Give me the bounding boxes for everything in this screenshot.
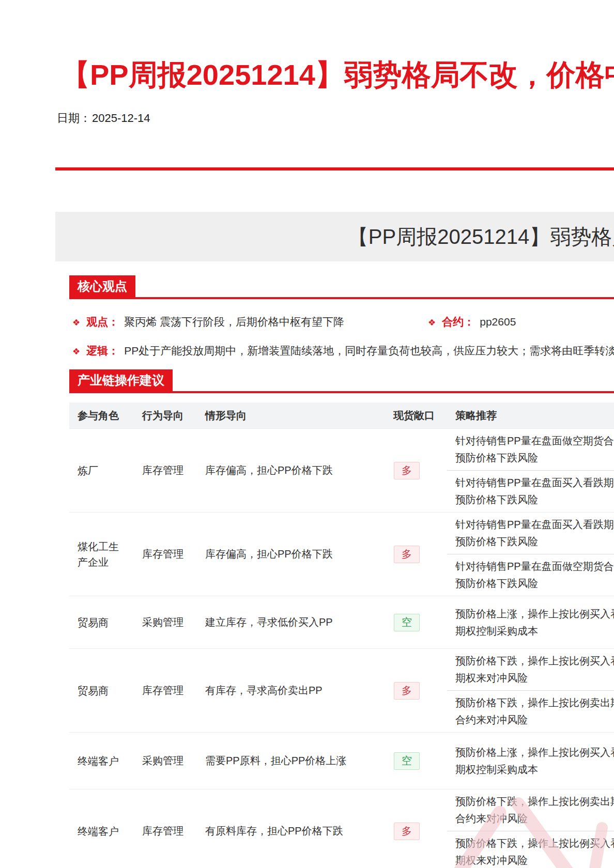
strategy-line: 预防价格下跌，操作上按比例卖出期货 (447, 694, 614, 711)
cell-situation: 库存偏高，担心PP价格下跌 (197, 513, 385, 596)
strategy-item: 针对待销售PP量在盘面做空期货合约， 预防价格下跌风险 (447, 554, 614, 596)
strategy-item: 预防价格上涨，操作上按比例买入看涨 期权控制采购成本 (447, 740, 614, 782)
cell-exposure: 空 (385, 596, 447, 648)
logic-text: PP处于产能投放周期中，新增装置陆续落地，同时存量负荷也较高，供应压力较大；需求… (124, 345, 614, 357)
cell-strategies: 针对待销售PP量在盘面买入看跌期权， 预防价格下跌风险 针对待销售PP量在盘面做… (447, 513, 614, 596)
cell-behavior: 库存管理 (134, 513, 197, 596)
diamond-bullet-icon: ❖ (428, 318, 436, 328)
diamond-bullet-icon: ❖ (72, 318, 80, 328)
cell-behavior: 库存管理 (134, 789, 197, 868)
cell-exposure: 空 (385, 733, 447, 789)
col-header-behavior: 行为导向 (134, 409, 197, 423)
cell-exposure: 多 (385, 789, 447, 868)
report-content: 【PP周报20251214】弱势格局不改，价格中枢下移 日期：2025-12-1… (0, 0, 614, 868)
strategy-item: 预防价格下跌，操作上按比例卖出期货 合约来对冲风险 (447, 789, 614, 831)
date-label: 日期： (57, 112, 91, 125)
cell-role: 贸易商 (69, 596, 134, 648)
cell-exposure: 多 (385, 513, 447, 596)
cell-exposure: 多 (385, 429, 447, 512)
exposure-badge-long: 多 (394, 682, 420, 700)
exposure-badge-long: 多 (394, 546, 420, 563)
logic-line: ❖逻辑：PP处于产能投放周期中，新增装置陆续落地，同时存量负荷也较高，供应压力较… (69, 343, 614, 360)
ops-table: 参与角色 行为导向 情形导向 现货敞口 策略推荐 炼厂 库存管理 库存偏高，担心… (69, 402, 614, 868)
strategy-line: 预防价格下跌，操作上按比例买入看跌 (447, 653, 614, 670)
strategy-line: 期权来对冲风险 (447, 852, 614, 868)
strategy-line: 期权控制采购成本 (447, 623, 614, 640)
page-title: 【PP周报20251214】弱势格局不改，价格中枢下移 (61, 58, 614, 92)
strategy-line: 预防价格下跌风险 (447, 533, 614, 550)
cell-situation: 库存偏高，担心PP价格下跌 (197, 429, 385, 512)
col-header-situation: 情形导向 (197, 409, 385, 423)
strategy-line: 合约来对冲风险 (447, 711, 614, 729)
cell-strategies: 预防价格上涨，操作上按比例买入看涨 期权控制采购成本 (447, 733, 614, 789)
exposure-badge-short: 空 (394, 752, 420, 770)
cell-exposure: 多 (385, 649, 447, 732)
contract-line: ❖合约：pp2605 (425, 314, 516, 331)
exposure-badge-short: 空 (394, 614, 420, 631)
diamond-bullet-icon: ❖ (72, 347, 80, 357)
cell-situation: 需要PP原料，担心PP价格上涨 (197, 733, 385, 789)
strategy-line: 预防价格下跌风险 (447, 575, 614, 592)
core-view-header: 核心观点 (69, 275, 614, 299)
strategy-line: 针对待销售PP量在盘面做空期货合约， (447, 558, 614, 575)
cell-behavior: 采购管理 (134, 596, 197, 648)
viewpoint-line: ❖观点：聚丙烯 震荡下行阶段，后期价格中枢有望下降 (69, 314, 614, 331)
table-row: 终端客户 库存管理 有原料库存，担心PP价格下跌 多 预防价格下跌，操作上按比例… (69, 789, 614, 868)
contract-label: 合约： (442, 316, 474, 328)
cell-behavior: 采购管理 (134, 733, 197, 789)
cell-role: 贸易商 (69, 649, 134, 732)
exposure-badge-long: 多 (394, 462, 420, 479)
cell-situation: 有库存，寻求高价卖出PP (197, 649, 385, 732)
logic-label: 逻辑： (86, 345, 119, 357)
table-row: 贸易商 库存管理 有库存，寻求高价卖出PP 多 预防价格下跌，操作上按比例买入看… (69, 648, 614, 732)
strategy-line: 预防价格下跌风险 (447, 450, 614, 467)
table-header-row: 参与角色 行为导向 情形导向 现货敞口 策略推荐 (69, 402, 614, 428)
strategy-item: 针对待销售PP量在盘面买入看跌期权， 预防价格下跌风险 (447, 513, 614, 554)
cell-strategies: 预防价格上涨，操作上按比例买入看涨 期权控制采购成本 (447, 596, 614, 648)
report-date: 日期：2025-12-14 (57, 111, 614, 126)
strategy-item: 预防价格下跌，操作上按比例买入看跌 期权来对冲风险 (447, 831, 614, 868)
strategy-line: 预防价格上涨，操作上按比例买入看涨 (447, 744, 614, 761)
strategy-line: 针对待销售PP量在盘面买入看跌期权， (447, 516, 614, 533)
col-header-role: 参与角色 (69, 409, 134, 423)
strategy-item: 针对待销售PP量在盘面买入看跌期权， 预防价格下跌风险 (447, 471, 614, 512)
cell-strategies: 针对待销售PP量在盘面做空期货合约， 预防价格下跌风险 针对待销售PP量在盘面买… (447, 429, 614, 512)
cell-behavior: 库存管理 (134, 649, 197, 732)
table-row: 终端客户 采购管理 需要PP原料，担心PP价格上涨 空 预防价格上涨，操作上按比… (69, 732, 614, 789)
strategy-item: 预防价格下跌，操作上按比例买入看跌 期权来对冲风险 (447, 649, 614, 691)
viewpoint-text: 聚丙烯 震荡下行阶段，后期价格中枢有望下降 (124, 316, 344, 328)
strategy-line: 针对待销售PP量在盘面做空期货合约， (447, 432, 614, 450)
cell-role: 终端客户 (69, 789, 134, 868)
core-view-bullets: ❖观点：聚丙烯 震荡下行阶段，后期价格中枢有望下降 ❖合约：pp2605 ❖逻辑… (69, 314, 614, 360)
strategy-line: 预防价格下跌，操作上按比例买入看跌 (447, 835, 614, 852)
contract-text: pp2605 (480, 316, 516, 328)
table-row: 贸易商 采购管理 建立库存，寻求低价买入PP 空 预防价格上涨，操作上按比例买入… (69, 596, 614, 648)
strategy-item: 预防价格下跌，操作上按比例卖出期货 合约来对冲风险 (447, 691, 614, 732)
exposure-badge-long: 多 (394, 823, 420, 840)
strategy-line: 合约来对冲风险 (447, 810, 614, 827)
cell-strategies: 预防价格下跌，操作上按比例卖出期货 合约来对冲风险 预防价格下跌，操作上按比例买… (447, 789, 614, 868)
report-page: 【PP周报20251214】弱势格局不改，价格中枢下移 日期：2025-12-1… (0, 0, 614, 868)
table-row: 煤化工生产企业 库存管理 库存偏高，担心PP价格下跌 多 针对待销售PP量在盘面… (69, 512, 614, 596)
col-header-strategy: 策略推荐 (447, 409, 614, 423)
strategy-line: 期权控制采购成本 (447, 761, 614, 778)
date-value: 2025-12-14 (92, 112, 150, 125)
red-divider (55, 167, 614, 171)
strategy-line: 针对待销售PP量在盘面买入看跌期权， (447, 474, 614, 491)
strategy-line: 预防价格下跌，操作上按比例卖出期货 (447, 793, 614, 810)
strategy-line: 期权来对冲风险 (447, 670, 614, 687)
cell-situation: 建立库存，寻求低价买入PP (197, 596, 385, 648)
cell-role: 煤化工生产企业 (69, 513, 134, 596)
core-view-heading: 核心观点 (69, 275, 135, 297)
strategy-line: 预防价格上涨，操作上按比例买入看涨 (447, 606, 614, 623)
cell-role: 炼厂 (69, 429, 134, 512)
cell-behavior: 库存管理 (134, 429, 197, 512)
ops-header: 产业链操作建议 (69, 369, 614, 393)
strategy-line: 预防价格下跌风险 (447, 491, 614, 508)
col-header-exposure: 现货敞口 (385, 409, 447, 423)
cell-role: 终端客户 (69, 733, 134, 789)
strategy-item: 针对待销售PP量在盘面做空期货合约， 预防价格下跌风险 (447, 429, 614, 471)
cell-strategies: 预防价格下跌，操作上按比例买入看跌 期权来对冲风险 预防价格下跌，操作上按比例卖… (447, 649, 614, 732)
article-banner: 【PP周报20251214】弱势格局不改，价格中枢下移 (55, 212, 614, 261)
core-view-section: 核心观点 ❖观点：聚丙烯 震荡下行阶段，后期价格中枢有望下降 ❖合约：pp260… (69, 275, 614, 868)
